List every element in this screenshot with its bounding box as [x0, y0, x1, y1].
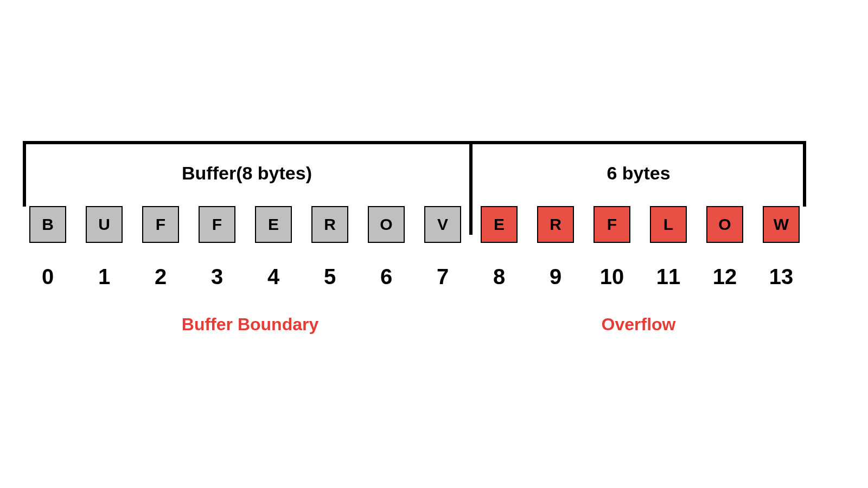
byte-cell-10: F: [593, 206, 630, 243]
byte-cell-9: R: [537, 206, 574, 243]
byte-cell-13: W: [763, 206, 800, 243]
bracket-tick-mid: [469, 143, 473, 235]
byte-index-7: 7: [421, 265, 464, 289]
byte-index-0: 0: [26, 265, 69, 289]
byte-index-9: 9: [534, 265, 577, 289]
byte-cell-12: O: [706, 206, 743, 243]
region-label-buffer: Buffer Boundary: [29, 314, 471, 335]
bracket-bar: Buffer(8 bytes) 6 bytes: [23, 141, 806, 206]
bracket-label-right: 6 bytes: [471, 163, 806, 184]
byte-index-12: 12: [703, 265, 746, 289]
byte-cell-3: F: [199, 206, 235, 243]
byte-index-5: 5: [308, 265, 352, 289]
region-label-overflow: Overflow: [471, 314, 806, 335]
byte-cell-6: O: [368, 206, 405, 243]
byte-index-1: 1: [82, 265, 126, 289]
byte-cell-0: B: [29, 206, 66, 243]
byte-cell-5: R: [311, 206, 348, 243]
byte-index-8: 8: [477, 265, 521, 289]
byte-index-6: 6: [365, 265, 408, 289]
byte-cell-11: L: [650, 206, 687, 243]
byte-index-11: 11: [647, 265, 690, 289]
byte-cell-7: V: [424, 206, 461, 243]
byte-index-2: 2: [139, 265, 182, 289]
diagram-stage: Buffer(8 bytes) 6 bytes B0U1F2F3E4R5O6V7…: [0, 0, 868, 488]
byte-index-3: 3: [195, 265, 239, 289]
byte-index-4: 4: [252, 265, 295, 289]
byte-index-10: 10: [590, 265, 634, 289]
bracket-label-left: Buffer(8 bytes): [23, 163, 471, 184]
byte-cell-4: E: [255, 206, 292, 243]
byte-cell-2: F: [142, 206, 179, 243]
byte-index-13: 13: [760, 265, 803, 289]
byte-cell-1: U: [86, 206, 123, 243]
byte-cell-8: E: [481, 206, 518, 243]
